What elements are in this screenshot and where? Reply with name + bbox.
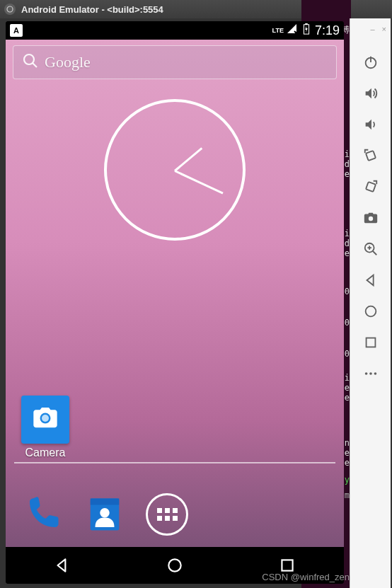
dock-all-apps[interactable] xyxy=(146,493,188,536)
rotate-left-button[interactable] xyxy=(358,147,384,164)
status-bar: A LTE 7:19 xyxy=(6,21,344,40)
svg-line-6 xyxy=(33,63,37,67)
status-time: 7:19 xyxy=(315,23,340,38)
toolbar-back-button[interactable] xyxy=(358,272,384,289)
svg-point-25 xyxy=(364,372,367,375)
clock-hour-hand xyxy=(174,147,202,171)
svg-rect-17 xyxy=(365,182,375,192)
svg-point-18 xyxy=(368,217,372,221)
svg-line-20 xyxy=(372,251,376,255)
zoom-button[interactable] xyxy=(358,241,384,258)
volume-up-button[interactable] xyxy=(358,85,384,102)
more-button[interactable] xyxy=(358,365,384,382)
dock-app-contacts[interactable] xyxy=(83,493,126,536)
clock-minute-hand xyxy=(174,170,223,194)
svg-point-8 xyxy=(42,415,49,422)
svg-point-5 xyxy=(24,54,34,64)
svg-rect-10 xyxy=(91,499,120,505)
close-button[interactable]: × xyxy=(382,25,386,33)
page-indicator-line xyxy=(14,462,335,463)
svg-rect-16 xyxy=(365,151,375,161)
search-placeholder: Google xyxy=(45,53,91,71)
svg-rect-24 xyxy=(366,338,375,347)
svg-point-0 xyxy=(7,6,13,12)
svg-rect-4 xyxy=(305,23,308,25)
analog-clock-widget[interactable] xyxy=(104,99,246,241)
google-search-bar[interactable]: Google xyxy=(13,45,337,79)
app-icon-camera[interactable]: Camera xyxy=(17,396,74,459)
apps-grid-icon xyxy=(157,508,178,521)
svg-point-26 xyxy=(369,372,372,375)
window-icon xyxy=(4,4,16,15)
svg-rect-13 xyxy=(282,560,293,570)
search-icon xyxy=(22,52,39,72)
signal-icon xyxy=(287,23,298,38)
toolbar-overview-button[interactable] xyxy=(358,334,384,351)
svg-point-11 xyxy=(100,508,110,518)
home-screen[interactable]: Google Camera xyxy=(6,40,344,547)
power-button[interactable] xyxy=(358,54,384,71)
minimize-button[interactable]: – xyxy=(370,25,374,33)
app-label: Camera xyxy=(25,446,66,459)
nav-home-button[interactable] xyxy=(154,551,196,580)
nav-back-button[interactable] xyxy=(41,551,83,580)
emulator-toolbar: – × xyxy=(350,18,391,588)
rotate-right-button[interactable] xyxy=(358,178,384,195)
battery-charging-icon xyxy=(301,23,312,38)
screenshot-button[interactable] xyxy=(358,209,384,226)
camera-icon xyxy=(31,404,59,435)
svg-point-12 xyxy=(168,559,180,571)
favorites-dock xyxy=(6,493,344,536)
watermark-text: CSDN @winfred_zen xyxy=(262,572,350,582)
android-phone-frame: A LTE 7:19 xyxy=(6,21,344,584)
svg-point-23 xyxy=(365,306,376,317)
svg-point-27 xyxy=(374,372,376,375)
status-app-badge: A xyxy=(10,24,23,37)
dock-app-phone[interactable] xyxy=(21,493,64,536)
toolbar-home-button[interactable] xyxy=(358,303,384,320)
window-title: Android Emulator - <build>:5554 xyxy=(21,4,163,15)
network-label: LTE xyxy=(272,27,284,34)
volume-down-button[interactable] xyxy=(358,116,384,133)
